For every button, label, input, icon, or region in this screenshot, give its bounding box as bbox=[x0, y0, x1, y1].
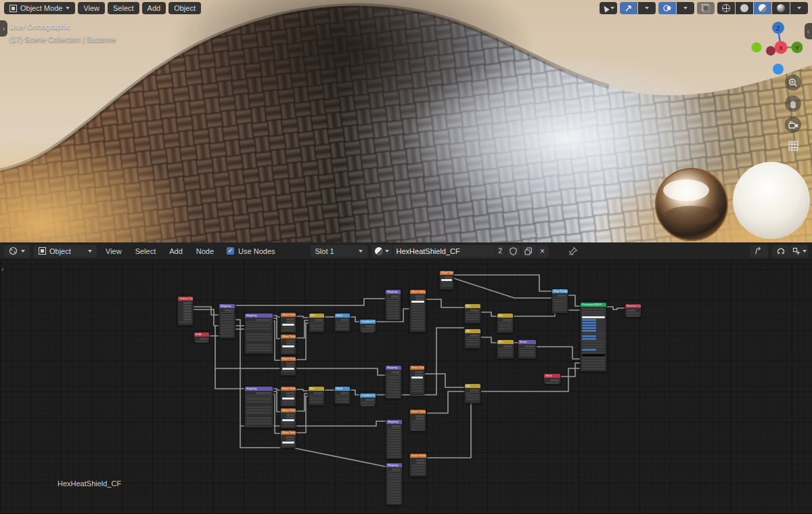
shading-dropdown[interactable] bbox=[790, 2, 808, 14]
node-row[interactable] bbox=[466, 395, 479, 398]
node-row[interactable] bbox=[387, 377, 400, 379]
node-row[interactable] bbox=[411, 309, 424, 311]
editor-type-selector[interactable] bbox=[4, 245, 30, 257]
node-row[interactable] bbox=[200, 338, 208, 340]
gizmo-dropdown[interactable] bbox=[638, 2, 656, 14]
node-row[interactable] bbox=[627, 312, 639, 314]
node-row[interactable] bbox=[286, 395, 294, 397]
node-header[interactable]: Wave Texture bbox=[281, 357, 296, 361]
node-row[interactable] bbox=[246, 406, 271, 408]
shading-material-button[interactable] bbox=[754, 2, 771, 14]
node-row[interactable] bbox=[391, 295, 399, 297]
node-row[interactable] bbox=[525, 345, 535, 347]
node-row[interactable] bbox=[246, 404, 271, 406]
node-row[interactable] bbox=[391, 371, 400, 373]
node-row[interactable] bbox=[582, 330, 605, 332]
node-header[interactable]: Wave Texture bbox=[281, 387, 296, 391]
node-row[interactable] bbox=[246, 328, 271, 330]
node-header[interactable]: Wave Texture bbox=[281, 335, 296, 339]
node-mix-f[interactable]: Mix bbox=[497, 339, 514, 359]
node-row[interactable] bbox=[286, 318, 294, 320]
node-row[interactable] bbox=[411, 465, 425, 467]
node-row[interactable] bbox=[310, 395, 323, 398]
node-mapping-a[interactable]: Mapping bbox=[219, 303, 235, 339]
node-row[interactable] bbox=[314, 392, 323, 394]
node-noise-a[interactable]: Noise Texture bbox=[409, 409, 426, 431]
node-row[interactable] bbox=[387, 396, 400, 398]
node-row[interactable] bbox=[282, 351, 294, 353]
node-row[interactable] bbox=[499, 351, 512, 354]
node-row[interactable] bbox=[411, 473, 425, 475]
menu-add[interactable]: Add bbox=[142, 2, 166, 14]
node-row[interactable] bbox=[282, 348, 294, 350]
gizmo-x-neg-axis[interactable] bbox=[766, 46, 775, 56]
node-row[interactable] bbox=[499, 354, 512, 356]
node-mix-b[interactable]: Mix bbox=[308, 386, 325, 406]
node-row[interactable] bbox=[550, 379, 559, 381]
gizmo-y-neg-axis[interactable] bbox=[752, 43, 762, 53]
node-row[interactable] bbox=[387, 315, 399, 317]
node-row[interactable] bbox=[388, 502, 401, 504]
shader-menu-add[interactable]: Add bbox=[164, 247, 187, 255]
node-material-output[interactable]: Material Output bbox=[625, 303, 641, 317]
node-row[interactable] bbox=[470, 389, 479, 391]
snapping-toggle[interactable] bbox=[772, 245, 790, 257]
node-row[interactable] bbox=[387, 298, 399, 301]
node-row[interactable] bbox=[520, 348, 535, 351]
node-row[interactable] bbox=[282, 422, 294, 424]
node-row[interactable] bbox=[387, 374, 400, 377]
node-row[interactable] bbox=[392, 425, 401, 427]
node-row[interactable] bbox=[582, 316, 605, 318]
node-row[interactable] bbox=[582, 362, 605, 364]
slot-selector[interactable]: Slot 1 bbox=[311, 245, 367, 257]
navigation-gizmo[interactable]: Z X Y bbox=[746, 18, 803, 81]
node-row[interactable] bbox=[582, 341, 605, 343]
node-row[interactable] bbox=[466, 337, 479, 340]
node-mapping-e[interactable]: Mapping bbox=[385, 365, 402, 399]
node-row[interactable] bbox=[286, 343, 294, 345]
node-row[interactable] bbox=[388, 496, 401, 498]
node-noise-b[interactable]: Noise Texture bbox=[409, 453, 427, 477]
node-row[interactable] bbox=[286, 340, 294, 342]
node-row[interactable] bbox=[286, 416, 294, 419]
xray-toggle-button[interactable] bbox=[697, 2, 715, 14]
node-header[interactable]: Wave Texture bbox=[410, 290, 426, 294]
node-mapping-c[interactable]: Mapping bbox=[244, 386, 273, 428]
node-principled-bsdf[interactable]: Principled BSDF bbox=[580, 302, 607, 372]
node-row[interactable] bbox=[466, 318, 479, 320]
node-row[interactable] bbox=[415, 295, 424, 297]
node-row[interactable] bbox=[246, 409, 271, 411]
node-row[interactable] bbox=[282, 442, 294, 444]
gizmo-toggle-button[interactable] bbox=[620, 2, 637, 14]
node-row[interactable] bbox=[286, 439, 294, 441]
node-row[interactable] bbox=[340, 392, 348, 394]
node-row[interactable] bbox=[221, 335, 233, 337]
node-row[interactable] bbox=[388, 453, 401, 455]
node-row[interactable] bbox=[221, 332, 233, 334]
node-row[interactable] bbox=[246, 349, 271, 351]
node-row[interactable] bbox=[387, 393, 400, 395]
node-wave-b2[interactable]: Wave Texture bbox=[280, 408, 296, 429]
node-row[interactable] bbox=[554, 303, 566, 305]
node-row[interactable] bbox=[582, 338, 605, 340]
node-row[interactable] bbox=[411, 317, 424, 319]
go-to-parent-button[interactable] bbox=[750, 245, 768, 257]
node-row[interactable] bbox=[340, 319, 348, 321]
node-row[interactable] bbox=[388, 431, 401, 433]
node-row[interactable] bbox=[282, 370, 294, 372]
node-row[interactable] bbox=[246, 398, 271, 400]
node-row[interactable] bbox=[582, 343, 605, 345]
node-mix-c[interactable]: Mix bbox=[464, 303, 481, 324]
node-row[interactable] bbox=[411, 421, 424, 423]
node-header[interactable]: Noise Texture bbox=[410, 410, 426, 414]
node-row[interactable] bbox=[415, 418, 424, 420]
node-row[interactable] bbox=[183, 307, 191, 309]
node-row[interactable] bbox=[246, 414, 271, 416]
new-material-button[interactable] bbox=[521, 245, 536, 257]
node-row[interactable] bbox=[336, 395, 348, 398]
shading-solid-button[interactable] bbox=[736, 2, 753, 14]
node-rgb-a[interactable]: RGB bbox=[194, 332, 210, 342]
node-row[interactable] bbox=[282, 329, 294, 331]
node-row[interactable] bbox=[310, 401, 323, 403]
node-row[interactable] bbox=[582, 357, 605, 359]
